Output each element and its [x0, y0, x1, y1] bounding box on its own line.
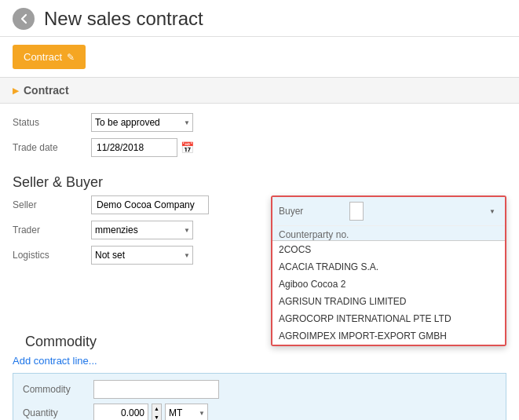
counterparty-label: Counterparty no.: [279, 229, 349, 240]
buyer-col: Buyer Counterparty no. 2COCS ACACIA TRAD…: [268, 195, 507, 321]
logistics-select[interactable]: Not set: [91, 246, 193, 265]
trader-row: Trader mmenzies: [13, 221, 252, 239]
status-row: Status To be approved: [13, 113, 506, 132]
buyer-select-wrapper: [349, 202, 499, 221]
date-wrapper: 📅: [91, 138, 194, 157]
page-header: New sales contract: [0, 0, 519, 37]
contract-section-header[interactable]: ▶ Contract: [0, 77, 519, 104]
quantity-row: Quantity ▲ ▼ MT: [23, 404, 496, 420]
unit-select-wrapper: MT: [165, 404, 208, 420]
trade-date-input[interactable]: [91, 138, 177, 157]
calendar-icon[interactable]: 📅: [181, 141, 194, 154]
buyer-option-1[interactable]: ACACIA TRADING S.A.: [272, 258, 505, 276]
back-button[interactable]: [13, 8, 35, 30]
unit-select[interactable]: MT: [165, 404, 208, 420]
quantity-spinner: ▲ ▼: [152, 404, 162, 420]
status-label: Status: [13, 117, 91, 128]
buyer-option-3[interactable]: AGRISUN TRADING LIMITED: [272, 293, 505, 310]
contract-form: Status To be approved Trade date 📅: [0, 104, 519, 168]
buyer-option-0[interactable]: 2COCS: [272, 241, 505, 258]
status-select[interactable]: To be approved: [91, 113, 193, 132]
commodity-form: Commodity Quantity ▲ ▼ MT Tolerance: [13, 373, 506, 420]
quantity-up-button[interactable]: ▲: [152, 404, 161, 413]
counterparty-row: Counterparty no.: [272, 226, 505, 240]
status-select-wrapper: To be approved: [91, 113, 193, 132]
logistics-label: Logistics: [13, 250, 91, 261]
commodity-input[interactable]: [93, 380, 219, 399]
buyer-dropdown-overlay: Buyer Counterparty no. 2COCS ACACIA TRAD…: [271, 195, 506, 346]
trade-date-row: Trade date 📅: [13, 138, 506, 157]
quantity-label: Quantity: [23, 407, 93, 418]
seller-col: Seller Trader mmenzies Logistics Not set: [13, 195, 252, 321]
seller-row: Seller: [13, 195, 252, 214]
commodity-label: Commodity: [23, 384, 93, 395]
quantity-wrapper: ▲ ▼ MT: [93, 404, 208, 420]
logistics-select-wrapper: Not set: [91, 246, 193, 265]
contract-button-label: Contract: [24, 51, 62, 63]
trade-date-label: Trade date: [13, 142, 91, 153]
seller-buyer-section: Seller Trader mmenzies Logistics Not set: [0, 195, 519, 321]
commodity-row: Commodity: [23, 380, 496, 399]
seller-input[interactable]: [91, 195, 209, 214]
buyer-option-2[interactable]: Agiboo Cocoa 2: [272, 276, 505, 293]
logistics-row: Logistics Not set: [13, 246, 252, 265]
trader-select-wrapper: mmenzies: [91, 221, 193, 239]
contract-button[interactable]: Contract ✎: [13, 45, 86, 69]
buyer-option-5[interactable]: AGROIMPEX IMPORT-EXPORT GMBH: [272, 327, 505, 345]
trader-label: Trader: [13, 225, 91, 236]
page-title: New sales contract: [44, 8, 203, 30]
collapse-triangle-icon: ▶: [13, 86, 19, 95]
contract-section-label: Contract: [24, 84, 69, 97]
add-contract-link[interactable]: Add contract line...: [13, 355, 97, 367]
buyer-row: Buyer: [272, 197, 505, 226]
seller-label: Seller: [13, 199, 91, 210]
buyer-dropdown-list: 2COCS ACACIA TRADING S.A. Agiboo Cocoa 2…: [272, 240, 505, 345]
quantity-down-button[interactable]: ▼: [152, 413, 161, 420]
toolbar: Contract ✎: [0, 37, 519, 77]
trader-select[interactable]: mmenzies: [91, 221, 193, 239]
buyer-option-4[interactable]: AGROCORP INTERNATIONAL PTE LTD: [272, 310, 505, 327]
seller-buyer-title: Seller & Buyer: [0, 168, 519, 195]
buyer-select[interactable]: [349, 202, 364, 221]
pencil-icon: ✎: [67, 52, 75, 63]
quantity-input[interactable]: [93, 404, 148, 420]
buyer-label: Buyer: [279, 206, 349, 217]
